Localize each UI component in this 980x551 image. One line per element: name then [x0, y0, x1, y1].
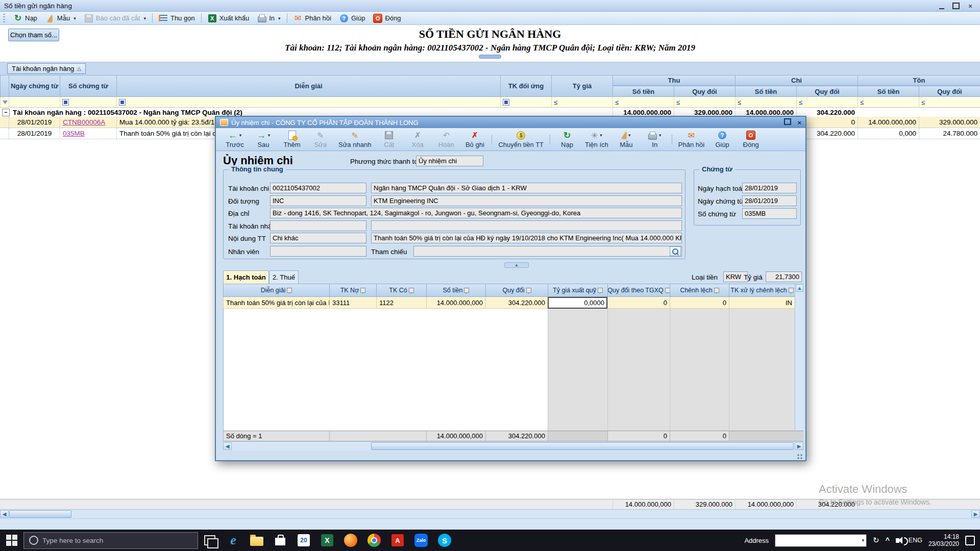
- resize-grip[interactable]: [797, 454, 803, 460]
- so-chung-tu-field[interactable]: 035MB: [742, 208, 797, 219]
- group-chip-bank-account[interactable]: Tài khoản ngân hàng△: [7, 63, 86, 74]
- doi-tuong-name-field[interactable]: KTM Engineering INC: [371, 195, 682, 206]
- lookup-button[interactable]: [670, 246, 681, 256]
- filter-thu-quy-doi[interactable]: ≤: [674, 97, 735, 108]
- utilities-button[interactable]: ✳▾Tiện ích: [582, 130, 611, 149]
- dcell-tk-no[interactable]: 33111: [329, 297, 376, 309]
- col-header-ton-quy-doi[interactable]: Quy đổi: [919, 86, 980, 97]
- voucher-link[interactable]: 035MB: [63, 130, 85, 137]
- dcol-so-tien[interactable]: Số tiền: [426, 284, 485, 297]
- dcol-tk-no[interactable]: TK Nợ: [329, 284, 376, 297]
- col-header-thu-quy-doi[interactable]: Quy đổi: [674, 86, 735, 97]
- dcol-dien-giai[interactable]: Diễn giải: [223, 284, 329, 297]
- splitter-handle[interactable]: [479, 55, 501, 59]
- start-button[interactable]: [0, 530, 23, 551]
- feedback-button[interactable]: ✉Phản hồi: [675, 130, 707, 149]
- close-icon[interactable]: ×: [967, 2, 974, 9]
- nhan-vien-field[interactable]: [270, 246, 366, 257]
- language-indicator[interactable]: ENG: [909, 537, 922, 544]
- address-input[interactable]: ▾: [775, 534, 867, 547]
- dcell-ty-gia-xuat-quy-selected[interactable]: 0,0000: [548, 297, 607, 309]
- doi-tuong-code-field[interactable]: INC: [270, 195, 366, 206]
- print-button[interactable]: ▾In: [641, 130, 669, 149]
- collapse-group-icon[interactable]: −: [2, 109, 10, 116]
- dcell-tk-xu-ly[interactable]: IN: [729, 297, 795, 309]
- reload-button[interactable]: ↻Nạp: [9, 13, 41, 24]
- close-report-button[interactable]: OĐóng: [369, 13, 405, 24]
- scroll-right-icon[interactable]: ▶: [971, 510, 980, 518]
- col-header-thu[interactable]: Thu: [612, 75, 735, 86]
- scroll-left-icon[interactable]: ◀: [0, 510, 9, 518]
- dcell-chenh-lech[interactable]: 0: [670, 297, 729, 309]
- col-header-chi[interactable]: Chi: [735, 75, 857, 86]
- feedback-button[interactable]: ✉Phản hồi: [289, 13, 335, 24]
- pin-icon[interactable]: [665, 288, 670, 293]
- pin-icon[interactable]: [598, 288, 603, 293]
- pin-icon[interactable]: [714, 288, 719, 293]
- pdf-button[interactable]: A: [386, 530, 409, 551]
- edge-button[interactable]: e: [222, 530, 245, 551]
- scroll-thumb[interactable]: [371, 442, 794, 450]
- app-badge-20-button[interactable]: 20: [292, 530, 315, 551]
- filter-thu-so-tien[interactable]: ≤: [612, 97, 674, 108]
- tray-expand-icon[interactable]: ^: [886, 536, 890, 544]
- pin-icon[interactable]: [287, 288, 292, 293]
- col-header-ton-so-tien[interactable]: Số tiền: [857, 86, 919, 97]
- template-button[interactable]: Mẫu▾: [41, 13, 80, 24]
- tab-thue[interactable]: 2. Thuế: [269, 270, 299, 284]
- next-button[interactable]: →▾Sau: [250, 130, 277, 149]
- col-header-ty-gia[interactable]: Tỷ giá: [551, 75, 612, 97]
- col-header-chi-so-tien[interactable]: Số tiền: [735, 86, 796, 97]
- scroll-up-icon[interactable]: ▲: [796, 284, 803, 292]
- minimize-icon[interactable]: [938, 2, 945, 9]
- dcell-quy-doi-tgxq[interactable]: 0: [607, 297, 670, 309]
- dialog-vertical-scrollbar[interactable]: ▲ ▼: [795, 284, 803, 441]
- col-header-tk-doi-ung[interactable]: TK đối ứng: [500, 75, 551, 97]
- firefox-button[interactable]: [339, 530, 362, 551]
- reload-button[interactable]: ↻Nạp: [553, 130, 581, 149]
- filter-chi-quy-doi[interactable]: ≤: [796, 97, 857, 108]
- zalo-button[interactable]: Zalo: [409, 530, 433, 551]
- filter-chi-so-tien[interactable]: ≤: [735, 97, 796, 108]
- clock[interactable]: 14:18 23/03/2020: [928, 533, 959, 547]
- filter-ton-so-tien[interactable]: ≤: [857, 97, 919, 108]
- dcol-tk-co[interactable]: TK Có: [376, 284, 426, 297]
- dcol-chenh-lech[interactable]: Chênh lệch: [670, 284, 729, 297]
- dcol-quy-doi[interactable]: Quy đổi: [485, 284, 548, 297]
- noi-dung-field[interactable]: Thanh toán 50% giá trị còn lại của HĐ ký…: [371, 233, 682, 243]
- filter-ton-quy-doi[interactable]: ≤: [919, 97, 980, 108]
- filter-dien-giai[interactable]: [116, 97, 500, 108]
- dialog-horizontal-scrollbar[interactable]: ◀ ▶: [223, 441, 803, 450]
- filter-tk-doi-ung[interactable]: [500, 97, 551, 108]
- tk-nhan-code-field[interactable]: [270, 220, 366, 231]
- refresh-icon[interactable]: ↻: [873, 536, 879, 545]
- payment-method-value[interactable]: Ủy nhiệm chi: [416, 156, 483, 166]
- transfer-button[interactable]: $Chuyển tiền TT: [495, 130, 547, 149]
- tab-hach-toan[interactable]: 1. Hạch toán: [223, 270, 269, 284]
- prev-button[interactable]: ←▾Trước: [221, 130, 249, 149]
- pin-icon[interactable]: [464, 288, 469, 293]
- tk-nhan-name-field[interactable]: [371, 220, 682, 231]
- filter-so[interactable]: [60, 97, 116, 108]
- dcell-tk-co[interactable]: 1122: [376, 297, 426, 309]
- maximize-icon[interactable]: [952, 2, 960, 9]
- dcell-so-tien[interactable]: 14.000.000,000: [426, 297, 485, 309]
- horizontal-scrollbar[interactable]: ◀ ▶: [0, 509, 980, 518]
- store-button[interactable]: [268, 530, 292, 551]
- scroll-thumb[interactable]: [9, 510, 71, 518]
- dcell-dien-giai[interactable]: Thanh toán 50% giá trị còn lại của HĐ k: [223, 297, 329, 309]
- filter-ty-gia[interactable]: ≤: [551, 97, 612, 108]
- quick-edit-button[interactable]: ✎Sửa nhanh: [335, 130, 374, 149]
- form-grid-splitter[interactable]: ▲: [504, 262, 529, 268]
- voucher-link[interactable]: CTNB00006A: [63, 118, 105, 126]
- tk-chi-name-field[interactable]: Ngân hàng TMCP Quân đội - Sở Giao dịch 1…: [371, 183, 682, 193]
- collapse-button[interactable]: Thu gọn: [155, 13, 199, 24]
- dia-chi-field[interactable]: Biz - dong 1416, SK Technopart, 124, Sag…: [270, 208, 682, 218]
- pin-icon[interactable]: [409, 288, 414, 293]
- ty-gia-field[interactable]: 21,7300: [766, 271, 802, 282]
- notification-center-icon[interactable]: [965, 536, 975, 545]
- volume-icon[interactable]: [896, 538, 899, 543]
- export-button[interactable]: XXuất khẩu: [204, 13, 254, 24]
- col-header-chi-quy-doi[interactable]: Quy đổi: [796, 86, 857, 97]
- dcol-quy-doi-tgxq[interactable]: Quy đổi theo TGXQ: [607, 284, 670, 297]
